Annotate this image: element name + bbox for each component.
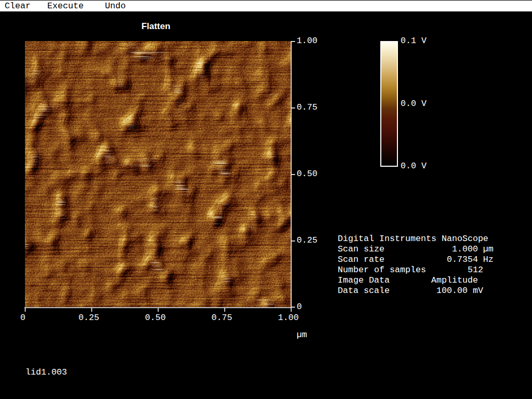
y-tick-label: 0.25 [297, 235, 328, 246]
param-scan-rate: Scan rate 0.7354 Hz [338, 255, 494, 265]
menu-bar: Clear Execute Undo [0, 1, 532, 11]
x-tick-label: 0 [7, 313, 38, 323]
y-tick-label: 0.50 [297, 169, 328, 179]
color-scale-bar [380, 41, 398, 167]
y-tick-label: 0 [297, 302, 328, 312]
axis-frame [21, 36, 322, 317]
colorbar-mid-label: 0.0 V [401, 99, 442, 109]
filename-label: lid1.003 [25, 367, 67, 378]
image-title: Flatten [23, 21, 289, 32]
x-tick-label: 0.50 [140, 313, 171, 323]
colorbar-max-label: 0.1 V [401, 36, 442, 46]
param-image-data: Image Data Amplitude [338, 275, 494, 286]
x-tick-label: 0.25 [73, 313, 104, 323]
nanoscope-screen: Clear Execute Undo Flatten [0, 0, 532, 399]
colorbar-min-label: 0.0 V [401, 161, 442, 171]
y-tick-label: 1.00 [297, 36, 328, 46]
menu-item-clear[interactable]: Clear [5, 1, 31, 11]
param-scan-size: Scan size 1.000 µm [338, 244, 494, 255]
menu-item-undo[interactable]: Undo [105, 1, 126, 11]
y-tick-label: 0.75 [297, 102, 328, 113]
menu-item-execute[interactable]: Execute [47, 1, 84, 11]
axis-unit-label: µm [291, 330, 312, 340]
x-tick-label: 1.00 [273, 313, 304, 323]
params-header: Digital Instruments NanoScope [338, 234, 494, 244]
scan-parameters: Digital Instruments NanoScope Scan size … [338, 234, 494, 296]
param-data-scale: Data scale 100.00 mV [338, 286, 494, 296]
x-tick-label: 0.75 [206, 313, 237, 323]
param-number-of-samples: Number of samples 512 [338, 265, 494, 275]
